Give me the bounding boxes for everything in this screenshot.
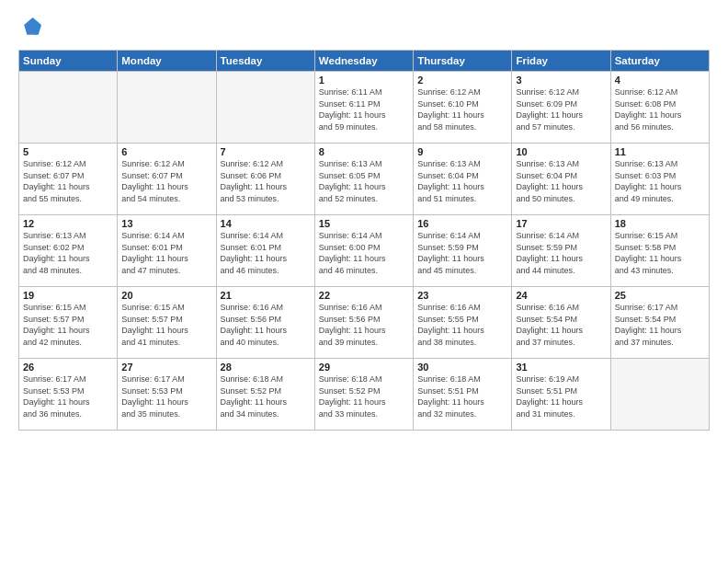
day-info: Sunrise: 6:15 AM Sunset: 5:58 PM Dayligh… [615, 230, 705, 276]
day-number: 28 [221, 362, 311, 373]
day-number: 12 [23, 218, 113, 229]
day-cell: 20Sunrise: 6:15 AM Sunset: 5:57 PM Dayli… [118, 287, 216, 359]
day-info: Sunrise: 6:12 AM Sunset: 6:06 PM Dayligh… [221, 158, 311, 204]
day-number: 16 [417, 218, 507, 229]
day-number: 29 [319, 362, 409, 373]
day-info: Sunrise: 6:18 AM Sunset: 5:52 PM Dayligh… [319, 373, 409, 419]
day-info: Sunrise: 6:17 AM Sunset: 5:54 PM Dayligh… [615, 302, 705, 348]
day-info: Sunrise: 6:12 AM Sunset: 6:08 PM Dayligh… [615, 86, 705, 132]
day-cell: 28Sunrise: 6:18 AM Sunset: 5:52 PM Dayli… [216, 359, 314, 431]
logo-icon [18, 15, 44, 40]
day-info: Sunrise: 6:12 AM Sunset: 6:07 PM Dayligh… [23, 158, 113, 204]
day-info: Sunrise: 6:12 AM Sunset: 6:09 PM Dayligh… [516, 86, 606, 132]
day-info: Sunrise: 6:16 AM Sunset: 5:54 PM Dayligh… [516, 302, 606, 348]
day-cell: 25Sunrise: 6:17 AM Sunset: 5:54 PM Dayli… [610, 287, 709, 359]
day-number: 17 [516, 218, 606, 229]
day-info: Sunrise: 6:14 AM Sunset: 6:00 PM Dayligh… [319, 230, 409, 276]
day-cell: 14Sunrise: 6:14 AM Sunset: 6:01 PM Dayli… [216, 215, 314, 287]
day-info: Sunrise: 6:12 AM Sunset: 6:10 PM Dayligh… [417, 86, 507, 132]
day-number: 25 [615, 290, 705, 301]
day-info: Sunrise: 6:13 AM Sunset: 6:04 PM Dayligh… [417, 158, 507, 204]
day-cell: 31Sunrise: 6:19 AM Sunset: 5:51 PM Dayli… [512, 359, 610, 431]
day-number: 24 [516, 290, 606, 301]
week-row-3: 12Sunrise: 6:13 AM Sunset: 6:02 PM Dayli… [19, 215, 710, 287]
weekday-header-monday: Monday [118, 51, 216, 72]
day-info: Sunrise: 6:13 AM Sunset: 6:04 PM Dayligh… [516, 158, 606, 204]
week-row-4: 19Sunrise: 6:15 AM Sunset: 5:57 PM Dayli… [19, 287, 710, 359]
day-info: Sunrise: 6:16 AM Sunset: 5:56 PM Dayligh… [221, 302, 311, 348]
day-cell [118, 72, 216, 144]
day-cell: 1Sunrise: 6:11 AM Sunset: 6:11 PM Daylig… [314, 72, 413, 144]
day-info: Sunrise: 6:16 AM Sunset: 5:55 PM Dayligh… [417, 302, 507, 348]
week-row-1: 1Sunrise: 6:11 AM Sunset: 6:11 PM Daylig… [19, 72, 710, 144]
weekday-header-friday: Friday [512, 51, 610, 72]
day-info: Sunrise: 6:13 AM Sunset: 6:02 PM Dayligh… [23, 230, 113, 276]
day-number: 9 [417, 146, 507, 157]
day-cell: 22Sunrise: 6:16 AM Sunset: 5:56 PM Dayli… [314, 287, 413, 359]
day-number: 31 [516, 362, 606, 373]
day-cell: 29Sunrise: 6:18 AM Sunset: 5:52 PM Dayli… [314, 359, 413, 431]
day-number: 7 [221, 146, 311, 157]
day-number: 27 [121, 362, 211, 373]
weekday-header-row: SundayMondayTuesdayWednesdayThursdayFrid… [19, 51, 710, 72]
week-row-5: 26Sunrise: 6:17 AM Sunset: 5:53 PM Dayli… [19, 359, 710, 431]
weekday-header-saturday: Saturday [610, 51, 709, 72]
weekday-header-wednesday: Wednesday [314, 51, 413, 72]
day-number: 18 [615, 218, 705, 229]
day-cell: 26Sunrise: 6:17 AM Sunset: 5:53 PM Dayli… [19, 359, 118, 431]
day-info: Sunrise: 6:14 AM Sunset: 5:59 PM Dayligh… [516, 230, 606, 276]
calendar-page: SundayMondayTuesdayWednesdayThursdayFrid… [0, 0, 728, 563]
day-cell: 6Sunrise: 6:12 AM Sunset: 6:07 PM Daylig… [118, 144, 216, 215]
week-row-2: 5Sunrise: 6:12 AM Sunset: 6:07 PM Daylig… [19, 144, 710, 215]
header [18, 15, 710, 40]
day-number: 22 [319, 290, 409, 301]
day-cell: 7Sunrise: 6:12 AM Sunset: 6:06 PM Daylig… [216, 144, 314, 215]
day-cell [216, 72, 314, 144]
day-info: Sunrise: 6:16 AM Sunset: 5:56 PM Dayligh… [319, 302, 409, 348]
day-cell: 8Sunrise: 6:13 AM Sunset: 6:05 PM Daylig… [314, 144, 413, 215]
day-cell: 18Sunrise: 6:15 AM Sunset: 5:58 PM Dayli… [610, 215, 709, 287]
day-info: Sunrise: 6:13 AM Sunset: 6:05 PM Dayligh… [319, 158, 409, 204]
day-info: Sunrise: 6:17 AM Sunset: 5:53 PM Dayligh… [121, 373, 211, 419]
day-number: 8 [319, 146, 409, 157]
day-number: 5 [23, 146, 113, 157]
calendar-table: SundayMondayTuesdayWednesdayThursdayFrid… [18, 50, 710, 431]
day-info: Sunrise: 6:14 AM Sunset: 5:59 PM Dayligh… [417, 230, 507, 276]
day-info: Sunrise: 6:19 AM Sunset: 5:51 PM Dayligh… [516, 373, 606, 419]
logo [18, 15, 48, 40]
day-cell: 30Sunrise: 6:18 AM Sunset: 5:51 PM Dayli… [414, 359, 512, 431]
day-number: 2 [417, 75, 507, 86]
day-cell: 5Sunrise: 6:12 AM Sunset: 6:07 PM Daylig… [19, 144, 118, 215]
day-cell: 9Sunrise: 6:13 AM Sunset: 6:04 PM Daylig… [414, 144, 512, 215]
day-info: Sunrise: 6:14 AM Sunset: 6:01 PM Dayligh… [121, 230, 211, 276]
day-cell: 2Sunrise: 6:12 AM Sunset: 6:10 PM Daylig… [414, 72, 512, 144]
day-cell: 27Sunrise: 6:17 AM Sunset: 5:53 PM Dayli… [118, 359, 216, 431]
day-info: Sunrise: 6:13 AM Sunset: 6:03 PM Dayligh… [615, 158, 705, 204]
day-number: 6 [121, 146, 211, 157]
day-number: 11 [615, 146, 705, 157]
day-number: 3 [516, 75, 606, 86]
day-info: Sunrise: 6:11 AM Sunset: 6:11 PM Dayligh… [319, 86, 409, 132]
day-info: Sunrise: 6:14 AM Sunset: 6:01 PM Dayligh… [221, 230, 311, 276]
day-number: 13 [121, 218, 211, 229]
day-number: 21 [221, 290, 311, 301]
day-info: Sunrise: 6:18 AM Sunset: 5:52 PM Dayligh… [221, 373, 311, 419]
day-number: 14 [221, 218, 311, 229]
day-info: Sunrise: 6:12 AM Sunset: 6:07 PM Dayligh… [121, 158, 211, 204]
day-number: 1 [319, 75, 409, 86]
day-cell: 10Sunrise: 6:13 AM Sunset: 6:04 PM Dayli… [512, 144, 610, 215]
day-cell: 17Sunrise: 6:14 AM Sunset: 5:59 PM Dayli… [512, 215, 610, 287]
day-number: 15 [319, 218, 409, 229]
day-info: Sunrise: 6:15 AM Sunset: 5:57 PM Dayligh… [23, 302, 113, 348]
day-cell: 11Sunrise: 6:13 AM Sunset: 6:03 PM Dayli… [610, 144, 709, 215]
day-number: 23 [417, 290, 507, 301]
day-number: 20 [121, 290, 211, 301]
day-cell: 24Sunrise: 6:16 AM Sunset: 5:54 PM Dayli… [512, 287, 610, 359]
day-info: Sunrise: 6:18 AM Sunset: 5:51 PM Dayligh… [417, 373, 507, 419]
day-cell: 3Sunrise: 6:12 AM Sunset: 6:09 PM Daylig… [512, 72, 610, 144]
day-number: 26 [23, 362, 113, 373]
day-cell: 15Sunrise: 6:14 AM Sunset: 6:00 PM Dayli… [314, 215, 413, 287]
day-cell: 16Sunrise: 6:14 AM Sunset: 5:59 PM Dayli… [414, 215, 512, 287]
day-number: 10 [516, 146, 606, 157]
day-number: 4 [615, 75, 705, 86]
